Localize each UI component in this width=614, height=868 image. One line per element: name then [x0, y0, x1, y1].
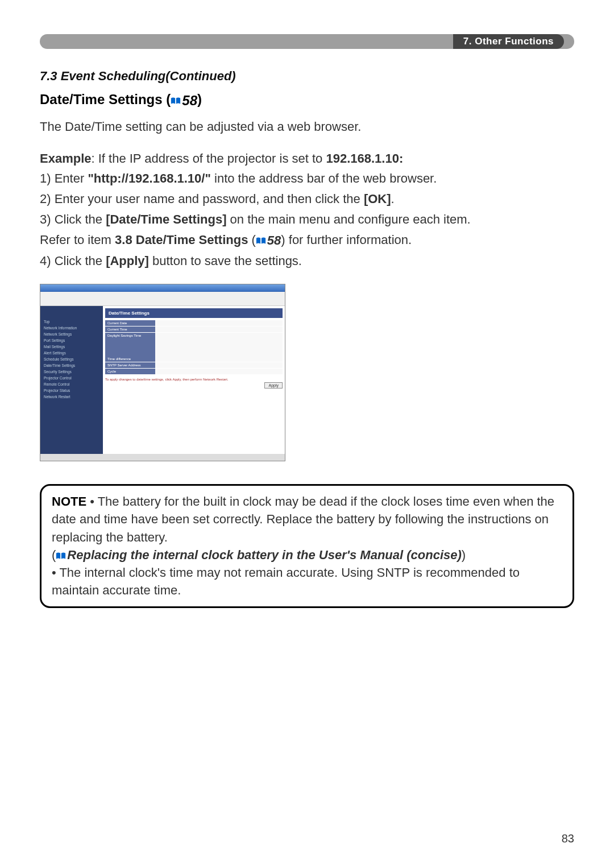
book-icon	[256, 237, 266, 245]
sidebar-item: Network Restart	[44, 395, 99, 399]
ss-toolbar	[40, 292, 285, 306]
section-title: 7.3 Event Scheduling(Continued)	[40, 69, 574, 84]
ss-row-label: Current Date	[105, 320, 155, 326]
step1-url: "http://192.168.1.10/"	[88, 171, 211, 185]
example-label: Example	[40, 151, 92, 166]
note-ref-open: (	[52, 548, 56, 562]
subheading-suffix: )	[197, 92, 202, 107]
ss-row-label: Current Time	[105, 326, 155, 332]
sidebar-item: Port Settings	[44, 338, 99, 342]
ss-row-label: Cycle	[105, 369, 155, 374]
ss-main: Date/Time Settings Current Date Current …	[103, 306, 285, 455]
ss-sidebar: Top Network Information Network Settings…	[40, 306, 103, 455]
note-ref-close: )	[462, 548, 466, 562]
chapter-text: 7. Other Functions	[463, 36, 554, 47]
sidebar-item: Top	[44, 320, 99, 324]
ss-panel-title: Date/Time Settings	[105, 308, 283, 318]
note-p2: • The internal clock's time may not rema…	[52, 565, 520, 597]
step3-ref-name: 3.8 Date/Time Settings	[115, 233, 248, 247]
step1a: 1) Enter	[40, 171, 88, 185]
sidebar-item: Mail Settings	[44, 345, 99, 349]
ss-footer	[40, 454, 285, 461]
page-number: 83	[562, 832, 574, 845]
example-block: Example: If the IP address of the projec…	[40, 150, 574, 271]
step2a: 2) Enter your user name and password, an…	[40, 192, 364, 206]
book-ref-3	[56, 552, 67, 560]
step3-ref-open: (	[248, 233, 255, 247]
sidebar-item: Remote Control	[44, 382, 99, 386]
note-lead: NOTE	[52, 494, 86, 509]
step3-ref-a: Refer to item	[40, 233, 115, 247]
book-ref-2: 58	[256, 232, 281, 250]
note-box: NOTE • The battery for the built in cloc…	[40, 484, 574, 607]
ss-row-val	[155, 369, 283, 374]
ss-row-label: Daylight Savings Time	[105, 333, 155, 358]
ss-row-val	[155, 326, 283, 332]
step4-btn: [Apply]	[106, 254, 149, 268]
ss-titlebar	[40, 284, 285, 292]
ss-hint: To apply changes to date/time settings, …	[105, 378, 283, 381]
sidebar-item: Date/Time Settings	[44, 363, 99, 367]
ss-row-val	[155, 362, 283, 368]
intro-text: The Date/Time setting can be adjusted vi…	[40, 118, 574, 136]
embedded-screenshot: Top Network Information Network Settings…	[40, 284, 285, 461]
subheading-prefix: Date/Time Settings (	[40, 92, 171, 107]
ref-page: 58	[182, 93, 197, 109]
sidebar-item: Alert Settings	[44, 351, 99, 355]
ss-row-label: Time difference	[105, 356, 155, 362]
sidebar-item: Network Information	[44, 326, 99, 330]
step3b: on the main menu and configure each item…	[226, 212, 470, 226]
step3-btn: [Date/Time Settings]	[106, 212, 226, 226]
step1b: into the address bar of the web browser.	[211, 171, 437, 185]
subheading: Date/Time Settings ( 58 )	[40, 92, 574, 109]
ref-page-2: 58	[267, 232, 281, 250]
sidebar-item: Security Settings	[44, 370, 99, 374]
ss-row-val	[155, 356, 283, 362]
step3a: 3) Click the	[40, 212, 106, 226]
ss-row-val	[155, 320, 283, 326]
book-icon	[171, 97, 181, 105]
chapter-label: 7. Other Functions	[453, 34, 564, 49]
step4a: 4) Click the	[40, 254, 106, 268]
ss-apply-button: Apply	[264, 382, 283, 388]
step4b: button to save the settings.	[149, 254, 302, 268]
sidebar-item: Projector Status	[44, 388, 99, 392]
step2b: .	[391, 192, 395, 206]
ss-body: Top Network Information Network Settings…	[40, 306, 285, 455]
book-icon	[56, 552, 66, 560]
step3-ref-close: ) for further information.	[281, 233, 412, 247]
page: 7. Other Functions 7.3 Event Scheduling(…	[0, 0, 614, 868]
example-ip: 192.168.1.10:	[326, 151, 403, 166]
sidebar-item: Network Settings	[44, 332, 99, 336]
chapter-banner: 7. Other Functions	[40, 34, 574, 49]
example-cond: : If the IP address of the projector is …	[92, 151, 326, 166]
sidebar-item: Schedule Settings	[44, 357, 99, 361]
sidebar-item: Projector Control	[44, 376, 99, 380]
step2-btn: [OK]	[364, 192, 391, 206]
ss-row-val	[155, 333, 283, 358]
note-p1: • The battery for the built in clock may…	[52, 494, 554, 544]
note-ref-text: Replacing the internal clock battery in …	[67, 548, 462, 562]
book-ref: 58	[171, 93, 197, 109]
ss-row-label: SNTP Server Address	[105, 362, 155, 368]
